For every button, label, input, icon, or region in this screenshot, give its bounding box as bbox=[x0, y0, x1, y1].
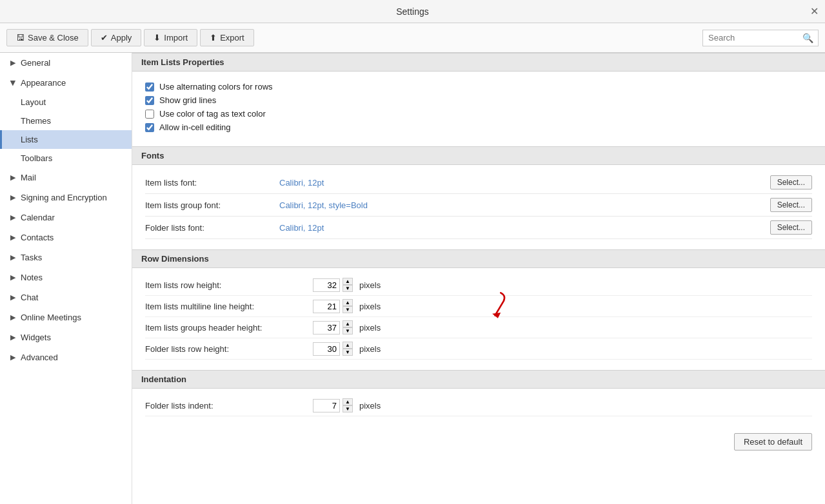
spinner-up-item-row-height[interactable]: ▲ bbox=[343, 278, 353, 285]
chevron-icon: ▶ bbox=[10, 333, 15, 342]
sidebar-item-tasks[interactable]: ▶ Tasks bbox=[0, 247, 132, 267]
checkbox-label-incell: Allow in-cell editing bbox=[159, 122, 231, 132]
fonts-body: Item lists font: Calibri, 12pt Select...… bbox=[132, 165, 825, 249]
sidebar-subitem-lists[interactable]: Lists bbox=[0, 130, 132, 149]
dim-input-wrap-item-row-height: ▲ ▼ pixels bbox=[313, 278, 381, 292]
spinner-up-folder-row-height[interactable]: ▲ bbox=[343, 342, 353, 349]
dim-input-wrap-multiline-height: ▲ ▼ pixels bbox=[313, 299, 381, 313]
sidebar-item-appearance[interactable]: ▶ Appearance bbox=[0, 73, 132, 93]
font-select-button-folder-lists[interactable]: Select... bbox=[770, 220, 812, 235]
font-row-label-item-lists-group: Item lists group font: bbox=[145, 200, 274, 210]
checkbox-row-alternating: Use alternating colors for rows bbox=[145, 82, 812, 92]
reset-to-default-button[interactable]: Reset to default bbox=[734, 433, 812, 451]
checkbox-incell[interactable] bbox=[145, 123, 154, 132]
chevron-icon: ▶ bbox=[9, 81, 17, 86]
row-dimensions-body: Item lists row height: ▲ ▼ pixels Item l… bbox=[132, 268, 825, 370]
dim-row-item-row-height: Item lists row height: ▲ ▼ pixels bbox=[145, 275, 812, 296]
toolbar: 🖫 Save & Close ✔ Apply ⬇ Import ⬆ Export… bbox=[0, 23, 825, 53]
font-row-value-item-lists: Calibri, 12pt bbox=[274, 178, 770, 188]
dim-input-item-row-height[interactable] bbox=[313, 278, 340, 292]
sidebar-item-notes[interactable]: ▶ Notes bbox=[0, 267, 132, 287]
dim-label-groups-header-height: Item lists groups header height: bbox=[145, 323, 313, 333]
spinner-down-folder-indent[interactable]: ▼ bbox=[343, 405, 353, 412]
section-header-item-lists-properties: Item Lists Properties bbox=[132, 53, 825, 72]
pixels-label-multiline-height: pixels bbox=[359, 302, 381, 311]
sidebar-item-online-meetings[interactable]: ▶ Online Meetings bbox=[0, 307, 132, 327]
spinner-down-multiline-height[interactable]: ▼ bbox=[343, 306, 353, 313]
dim-input-groups-header-height[interactable] bbox=[313, 321, 340, 334]
chevron-icon: ▶ bbox=[10, 173, 15, 182]
sidebar-item-advanced[interactable]: ▶ Advanced bbox=[0, 347, 132, 367]
checkbox-label-alternating: Use alternating colors for rows bbox=[159, 82, 273, 92]
sidebar-item-mail[interactable]: ▶ Mail bbox=[0, 168, 132, 188]
spinner-folder-indent: ▲ ▼ bbox=[343, 398, 353, 412]
spinner-down-item-row-height[interactable]: ▼ bbox=[343, 285, 353, 292]
search-icon: 🔍 bbox=[802, 33, 813, 43]
dim-row-groups-header-height: Item lists groups header height: ▲ ▼ pix… bbox=[145, 317, 812, 338]
sidebar-subitem-toolbars[interactable]: Toolbars bbox=[0, 149, 132, 168]
font-select-button-item-lists[interactable]: Select... bbox=[770, 175, 812, 189]
search-input[interactable] bbox=[708, 33, 799, 43]
spinner-up-folder-indent[interactable]: ▲ bbox=[343, 398, 353, 405]
dim-input-wrap-folder-row-height: ▲ ▼ pixels bbox=[313, 342, 381, 356]
font-row-item-lists: Item lists font: Calibri, 12pt Select... bbox=[145, 171, 812, 194]
spinner-up-groups-header-height[interactable]: ▲ bbox=[343, 320, 353, 327]
dim-input-folder-row-height[interactable] bbox=[313, 342, 340, 356]
checkbox-gridlines[interactable] bbox=[145, 96, 154, 105]
chevron-icon: ▶ bbox=[10, 59, 15, 67]
sidebar-subitem-layout[interactable]: Layout bbox=[0, 93, 132, 111]
font-row-item-lists-group: Item lists group font: Calibri, 12pt, st… bbox=[145, 194, 812, 217]
checkbox-row-gridlines: Show grid lines bbox=[145, 95, 812, 105]
window-title: Settings bbox=[396, 6, 429, 17]
sidebar-subitem-themes[interactable]: Themes bbox=[0, 111, 132, 130]
chevron-icon: ▶ bbox=[10, 293, 15, 302]
pixels-label-folder-row-height: pixels bbox=[359, 344, 381, 354]
spinner-up-multiline-height[interactable]: ▲ bbox=[343, 299, 353, 306]
dim-label-item-row-height: Item lists row height: bbox=[145, 280, 313, 290]
spinner-item-row-height: ▲ ▼ bbox=[343, 278, 353, 292]
dim-label-multiline-height: Item lists multiline line height: bbox=[145, 302, 313, 311]
font-row-folder-lists: Folder lists font: Calibri, 12pt Select.… bbox=[145, 217, 812, 239]
reset-bar: Reset to default bbox=[132, 427, 825, 457]
sidebar-item-calendar[interactable]: ▶ Calendar bbox=[0, 208, 132, 228]
dim-input-folder-indent[interactable] bbox=[313, 399, 340, 412]
chevron-icon: ▶ bbox=[10, 273, 15, 282]
dim-row-folder-indent: Folder lists indent: ▲ ▼ pixels bbox=[145, 395, 812, 416]
checkbox-row-tagcolor: Use color of tag as text color bbox=[145, 109, 812, 119]
spinner-down-folder-row-height[interactable]: ▼ bbox=[343, 349, 353, 356]
dim-input-wrap-folder-indent: ▲ ▼ pixels bbox=[313, 398, 381, 412]
dim-label-folder-indent: Folder lists indent: bbox=[145, 401, 313, 411]
chevron-icon: ▶ bbox=[10, 233, 15, 242]
export-button[interactable]: ⬆ Export bbox=[200, 29, 254, 46]
chevron-icon: ▶ bbox=[10, 353, 15, 362]
font-row-value-item-lists-group: Calibri, 12pt, style=Bold bbox=[274, 200, 770, 210]
dim-input-multiline-height[interactable] bbox=[313, 300, 340, 313]
sidebar: ▶ General ▶ Appearance Layout Themes Lis… bbox=[0, 53, 132, 504]
chevron-icon: ▶ bbox=[10, 313, 15, 322]
sidebar-item-contacts[interactable]: ▶ Contacts bbox=[0, 228, 132, 247]
check-icon: ✔ bbox=[101, 33, 108, 43]
checkbox-alternating[interactable] bbox=[145, 82, 154, 92]
sidebar-item-signing[interactable]: ▶ Signing and Encryption bbox=[0, 188, 132, 208]
sidebar-item-widgets[interactable]: ▶ Widgets bbox=[0, 327, 132, 347]
item-lists-properties-body: Use alternating colors for rows Show gri… bbox=[132, 72, 825, 146]
sidebar-item-chat[interactable]: ▶ Chat bbox=[0, 287, 132, 307]
dim-label-folder-row-height: Folder lists row height: bbox=[145, 344, 313, 354]
checkbox-tagcolor[interactable] bbox=[145, 110, 154, 119]
checkbox-row-incell: Allow in-cell editing bbox=[145, 122, 812, 132]
import-button[interactable]: ⬇ Import bbox=[144, 29, 197, 46]
pixels-label-groups-header-height: pixels bbox=[359, 323, 381, 333]
import-icon: ⬇ bbox=[154, 33, 161, 43]
checkbox-label-gridlines: Show grid lines bbox=[159, 95, 216, 105]
spinner-down-groups-header-height[interactable]: ▼ bbox=[343, 327, 353, 334]
dim-row-multiline-height: Item lists multiline line height: ▲ ▼ pi… bbox=[145, 296, 812, 317]
dim-row-folder-row-height: Folder lists row height: ▲ ▼ pixels bbox=[145, 338, 812, 360]
spinner-multiline-height: ▲ ▼ bbox=[343, 299, 353, 313]
close-button[interactable]: ✕ bbox=[810, 6, 819, 17]
font-select-button-item-lists-group[interactable]: Select... bbox=[770, 198, 812, 212]
apply-button[interactable]: ✔ Apply bbox=[91, 29, 142, 46]
sidebar-item-general[interactable]: ▶ General bbox=[0, 53, 132, 73]
font-row-label-folder-lists: Folder lists font: bbox=[145, 223, 274, 233]
chevron-icon: ▶ bbox=[10, 213, 15, 222]
save-close-button[interactable]: 🖫 Save & Close bbox=[6, 29, 88, 46]
